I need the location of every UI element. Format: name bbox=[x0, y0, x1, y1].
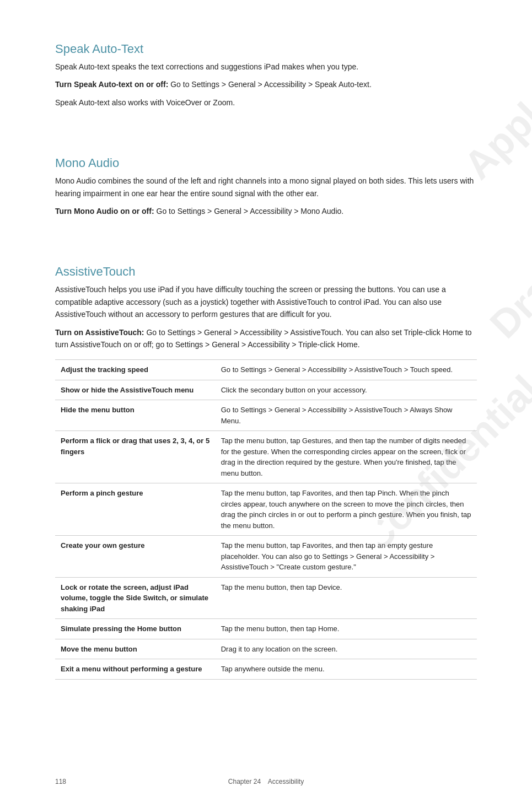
table-cell-action: Show or hide the AssistiveTouch menu bbox=[55, 380, 216, 400]
table-cell-description: Go to Settings > General > Accessibility… bbox=[216, 360, 477, 380]
table-row: Lock or rotate the screen, adjust iPad v… bbox=[55, 577, 477, 619]
speak-auto-text-para2: Speak Auto-text also works with VoiceOve… bbox=[55, 96, 477, 109]
table-cell-action: Simulate pressing the Home button bbox=[55, 619, 216, 639]
table-row: Show or hide the AssistiveTouch menuClic… bbox=[55, 380, 477, 400]
table-cell-description: Tap the menu button, then tap Home. bbox=[216, 619, 477, 639]
table-cell-action: Create your own gesture bbox=[55, 536, 216, 578]
table-cell-action: Lock or rotate the screen, adjust iPad v… bbox=[55, 577, 216, 619]
table-cell-description: Tap the menu button, tap Gestures, and t… bbox=[216, 431, 477, 483]
table-cell-description: Click the secondary button on your acces… bbox=[216, 380, 477, 400]
speak-auto-text-para1: Speak Auto-text speaks the text correcti… bbox=[55, 61, 477, 73]
table-cell-description: Tap the menu button, tap Favorites, and … bbox=[216, 483, 477, 536]
mono-audio-instruction-bold: Turn Mono Audio on or off: bbox=[55, 207, 154, 216]
table-cell-description: Go to Settings > General > Accessibility… bbox=[216, 400, 477, 431]
mono-audio-title: Mono Audio bbox=[55, 156, 477, 170]
table-row: Perform a flick or drag that uses 2, 3, … bbox=[55, 431, 477, 483]
table-row: Perform a pinch gestureTap the menu butt… bbox=[55, 483, 477, 536]
page-content: Speak Auto-Text Speak Auto-text speaks t… bbox=[0, 0, 532, 724]
footer-page-number: 118 bbox=[55, 778, 66, 785]
speak-auto-text-section: Speak Auto-Text Speak Auto-text speaks t… bbox=[55, 42, 477, 109]
assistivetouch-para1: AssistiveTouch helps you use iPad if you… bbox=[55, 283, 477, 320]
speak-auto-text-title: Speak Auto-Text bbox=[55, 42, 477, 56]
footer-chapter: Chapter 24 Accessibility bbox=[228, 778, 304, 785]
table-row: Move the menu buttonDrag it to any locat… bbox=[55, 639, 477, 659]
table-cell-action: Adjust the tracking speed bbox=[55, 360, 216, 380]
assistivetouch-instruction: Turn on AssistiveTouch: Go to Settings >… bbox=[55, 326, 477, 351]
mono-audio-instruction: Turn Mono Audio on or off: Go to Setting… bbox=[55, 205, 477, 217]
assistivetouch-instruction-bold: Turn on AssistiveTouch: bbox=[55, 328, 144, 337]
table-cell-action: Hide the menu button bbox=[55, 400, 216, 431]
table-cell-description: Tap the menu button, then tap Device. bbox=[216, 577, 477, 619]
table-row: Exit a menu without performing a gesture… bbox=[55, 659, 477, 680]
table-cell-action: Exit a menu without performing a gesture bbox=[55, 659, 216, 680]
speak-auto-text-instruction: Turn Speak Auto-text on or off: Go to Se… bbox=[55, 78, 477, 90]
table-row: Simulate pressing the Home buttonTap the… bbox=[55, 619, 477, 639]
mono-audio-section: Mono Audio Mono Audio combines the sound… bbox=[55, 156, 477, 217]
assistivetouch-table: Adjust the tracking speedGo to Settings … bbox=[55, 359, 477, 680]
assistivetouch-section: AssistiveTouch AssistiveTouch helps you … bbox=[55, 265, 477, 679]
table-row: Create your own gestureTap the menu butt… bbox=[55, 536, 477, 578]
assistivetouch-title: AssistiveTouch bbox=[55, 265, 477, 279]
speak-auto-text-instruction-bold: Turn Speak Auto-text on or off: bbox=[55, 80, 168, 89]
table-cell-description: Drag it to any location on the screen. bbox=[216, 639, 477, 659]
speak-auto-text-instruction-text: Go to Settings > General > Accessibility… bbox=[168, 80, 371, 89]
table-cell-action: Perform a pinch gesture bbox=[55, 483, 216, 536]
table-cell-action: Perform a flick or drag that uses 2, 3, … bbox=[55, 431, 216, 483]
mono-audio-instruction-text: Go to Settings > General > Accessibility… bbox=[154, 207, 344, 216]
table-row: Hide the menu buttonGo to Settings > Gen… bbox=[55, 400, 477, 431]
table-cell-action: Move the menu button bbox=[55, 639, 216, 659]
table-row: Adjust the tracking speedGo to Settings … bbox=[55, 360, 477, 380]
mono-audio-para1: Mono Audio combines the sound of the lef… bbox=[55, 175, 477, 200]
table-cell-description: Tap the menu button, tap Favorites, and … bbox=[216, 536, 477, 578]
table-cell-description: Tap anywhere outside the menu. bbox=[216, 659, 477, 680]
